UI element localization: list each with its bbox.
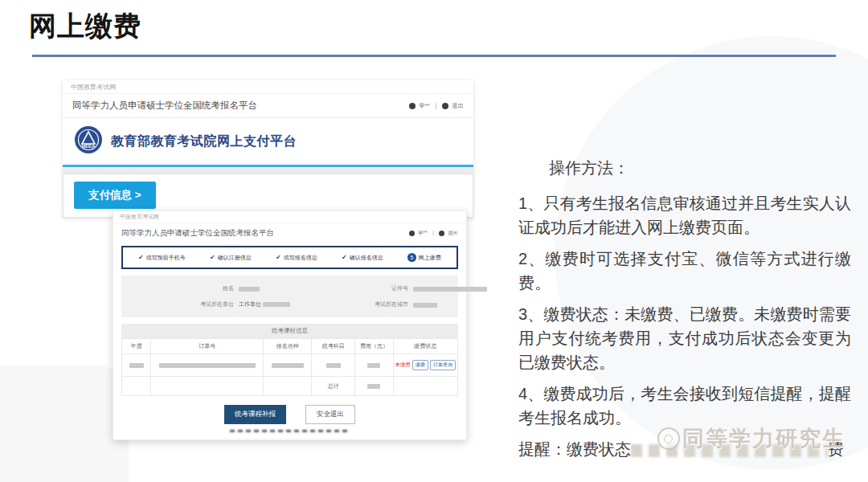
payment-platform-title: 教育部教育考试院网上支付平台 (111, 133, 297, 150)
step-label: 确认注册信息 (218, 254, 252, 262)
col-order: 订单号 (151, 339, 264, 354)
portal-title: 同等学力人员申请硕士学位全国统考报名平台 (72, 100, 257, 112)
redacted-value (159, 363, 256, 368)
decor-circle-bottom-left (0, 366, 129, 482)
field-label-name: 姓名 (170, 284, 234, 292)
field-value-unit: 工作单位 (239, 301, 261, 307)
col-subject: 统考科目 (312, 339, 355, 354)
col-status: 缴费状态 (393, 339, 458, 354)
total-label: 总计 (312, 377, 355, 396)
footer-copyright-blur (230, 430, 350, 432)
col-fee: 费用（元） (355, 339, 393, 354)
field-label-id: 证件号 (348, 284, 408, 292)
field-label-unit: 考试所在单位 (170, 300, 234, 308)
screenshot-payment-platform: 中国教育考试网 同等学力人员申请硕士学位全国统考报名平台 学** ｜ 退出 NE… (63, 80, 473, 218)
order-query-button[interactable]: 订单查询 (430, 360, 456, 370)
page-title: 网上缴费 (29, 8, 141, 45)
check-icon (210, 255, 215, 261)
col-lang: 报名语种 (264, 339, 312, 354)
logout-link[interactable]: 退出 (452, 102, 464, 110)
step-confirm-info: 确认报名信息 (342, 254, 383, 262)
site-label: 中国教育考试网 (113, 211, 466, 223)
logout-icon (442, 103, 448, 109)
safe-exit-button[interactable]: 安全退出 (305, 405, 355, 424)
instruction-item-4: 4、缴费成功后，考生会接收到短信提醒，提醒考生报名成功。 (518, 382, 851, 430)
status-badge: 未缴费 (395, 362, 411, 369)
redacted-value (263, 302, 290, 307)
redacted-value (367, 363, 380, 368)
redacted-value (367, 384, 380, 389)
supplement-course-button[interactable]: 统考课程补报 (224, 405, 286, 424)
logout-icon (439, 231, 444, 236)
step-number-badge: 5 (407, 253, 416, 262)
step-label: 填写报名信息 (284, 254, 317, 262)
pay-button[interactable]: 缴费 (412, 360, 428, 370)
step-fill-phone: 填写预留手机号 (138, 254, 186, 262)
instruction-item-2: 2、缴费时可选择支付宝、微信等方式进行缴费。 (518, 247, 851, 295)
step-confirm-register: 确认注册信息 (210, 254, 252, 262)
screenshot-payment-page: 中国教育考试网 同等学力人员申请硕士学位全国统考报名平台 学** ｜ 退出 填写… (113, 210, 467, 440)
user-menu: 学** ｜ 退出 (409, 230, 458, 237)
check-icon (342, 255, 347, 261)
check-icon (276, 255, 281, 261)
course-section-title: 统考课程信息 (121, 324, 458, 338)
table-total-row: 总计 (122, 377, 458, 396)
step-fill-info: 填写报名信息 (276, 254, 317, 262)
menu-divider: ｜ (431, 230, 436, 237)
user-name[interactable]: 学** (418, 230, 428, 237)
payment-info-button[interactable]: 支付信息 > (74, 182, 156, 209)
reminder-end: 费 (828, 440, 844, 458)
redacted-value (413, 303, 437, 308)
title-underline (32, 55, 836, 57)
obscured-text (631, 444, 828, 457)
redacted-value (239, 287, 260, 292)
redacted-value (129, 363, 144, 368)
reminder-line: 提醒：缴费状态费 (518, 437, 851, 461)
redacted-value (272, 363, 304, 368)
step-label: 网上缴费 (419, 254, 441, 262)
instruction-item-3: 3、缴费状态：未缴费、已缴费。未缴费时需要用户支付统考费用，支付成功后状态会变更… (518, 302, 851, 374)
step-online-payment: 5 网上缴费 (407, 253, 441, 262)
user-menu: 学** ｜ 退出 (409, 102, 464, 110)
col-year: 年度 (122, 339, 151, 354)
check-icon (138, 255, 144, 261)
logout-link[interactable]: 退出 (448, 230, 458, 237)
portal-title: 同等学力人员申请硕士学位全国统考报名平台 (121, 228, 274, 239)
user-name[interactable]: 学** (419, 102, 429, 110)
instructions-heading: 操作方法： (518, 157, 851, 179)
gray-strip (63, 167, 473, 174)
site-label: 中国教育考试网 (63, 80, 473, 94)
table-row: 未缴费 缴费 订单查询 (122, 354, 458, 377)
svg-text:NEEA: NEEA (82, 144, 96, 149)
progress-stepper: 填写预留手机号 确认注册信息 填写报名信息 确认报名信息 5 网上缴费 (121, 246, 458, 269)
course-table: 年度 订单号 报名语种 统考科目 费用（元） 缴费状态 未缴费 缴费 订单查询 (121, 338, 458, 396)
redacted-value (326, 363, 341, 368)
reminder-start: 提醒：缴费状态 (518, 440, 631, 458)
redacted-value (413, 287, 487, 292)
instructions-panel: 操作方法： 1、只有考生报名信息审核通过并且考生实人认证成功后才能进入网上缴费页… (518, 157, 851, 461)
field-label-city: 考试所在城市 (348, 300, 408, 308)
course-table-section: 统考课程信息 年度 订单号 报名语种 统考科目 费用（元） 缴费状态 未缴费 (121, 324, 458, 396)
neea-logo-icon: NEEA (74, 125, 103, 157)
step-label: 确认报名信息 (350, 254, 383, 262)
menu-divider: ｜ (433, 102, 439, 110)
user-icon (409, 103, 416, 109)
user-icon (409, 231, 415, 236)
instruction-item-1: 1、只有考生报名信息审核通过并且考生实人认证成功后才能进入网上缴费页面。 (518, 191, 851, 239)
table-header-row: 年度 订单号 报名语种 统考科目 费用（元） 缴费状态 (122, 339, 458, 354)
candidate-info-panel: 姓名 证件号 考试所在单位 工作单位 考试所在城市 (121, 276, 458, 317)
step-label: 填写预留手机号 (146, 254, 186, 262)
